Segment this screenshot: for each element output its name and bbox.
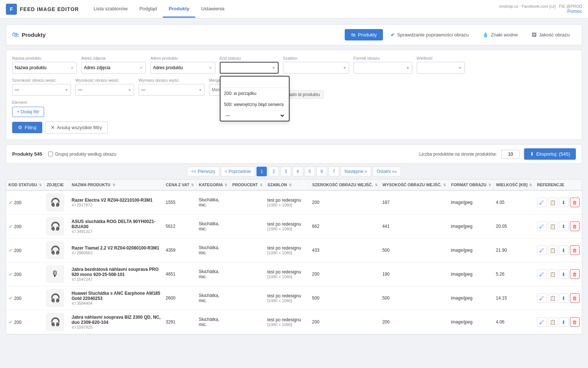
chevron-down-icon-szablon: ▼ (343, 66, 347, 70)
per-page-input[interactable] (501, 150, 520, 159)
page-last[interactable]: Ostatni »» (373, 167, 401, 176)
action-download-1[interactable]: ⬇ (559, 222, 569, 231)
page-5[interactable]: 5 (305, 167, 315, 176)
action-delete-3[interactable]: 🗑 (570, 269, 580, 279)
action-download-2[interactable]: ⬇ (559, 245, 569, 255)
cell-brand-3 (230, 262, 265, 286)
th-height[interactable]: WYSOKOŚĆ OBRAZU WEJŚĆ. ⇅ (380, 180, 449, 190)
action-view-5[interactable]: 📋 (548, 317, 557, 327)
filter-kod-statusu-wrap[interactable]: 200: w porządku 500: wewnętrzny błąd ser… (220, 62, 279, 74)
tab-produkty[interactable]: 🛍 Produkty (345, 29, 383, 40)
th-name[interactable]: NAZWA PRODUKTU ⇅ (69, 180, 164, 190)
page-3[interactable]: 3 (280, 167, 291, 176)
cell-price-5: 3291 (164, 310, 197, 334)
page-2[interactable]: 2 (268, 167, 279, 176)
nav-ustawienia[interactable]: Ustawienia (195, 1, 230, 18)
dropdown-search-input[interactable] (224, 79, 285, 85)
product-image-5[interactable]: 🎧 (46, 313, 64, 331)
filter-button-label: Filtruj (25, 125, 36, 130)
th-width[interactable]: SZEROKOŚĆ OBRAZU WEJŚĆ. ⇅ (310, 180, 380, 190)
action-view-2[interactable]: 📋 (548, 245, 557, 255)
th-format[interactable]: FORMAT OBRAZU ⇅ (449, 180, 494, 190)
page-1[interactable]: 1 (257, 167, 267, 176)
filter-szerokosc-select[interactable]: --- (15, 87, 65, 92)
filter-format-wrap[interactable]: ▼ (354, 62, 412, 74)
action-view-0[interactable]: 📋 (548, 198, 557, 207)
th-category[interactable]: KATEGORIA ⇅ (197, 180, 230, 190)
product-image-2[interactable]: 🎧 (46, 241, 64, 259)
product-image-1[interactable]: 🎧 (46, 217, 64, 235)
action-edit-0[interactable]: 🖊 (537, 198, 546, 207)
filter-wielkosc-wrap[interactable]: ▼ (417, 62, 465, 74)
cancel-filter-button[interactable]: ✕ Anuluj wszystkie filtry (45, 121, 108, 134)
filter-wymiary-select[interactable]: --- (141, 87, 198, 92)
nav-lista[interactable]: Lista szablonów (88, 1, 134, 18)
th-template[interactable]: SZABLON ⇅ (265, 180, 310, 190)
filter-adres-produktu-clear[interactable]: × (208, 65, 212, 71)
th-price[interactable]: CENA Z VAT ⇅ (164, 180, 197, 190)
action-edit-2[interactable]: 🖊 (537, 245, 546, 255)
cell-ref-2: 🖊 📋 ⬇ 🗑 (535, 238, 582, 262)
group-check-input[interactable] (48, 152, 53, 156)
action-download-4[interactable]: ⬇ (559, 293, 569, 303)
filter-wielkosc-select[interactable] (419, 65, 458, 70)
action-download-5[interactable]: ⬇ (559, 317, 569, 327)
nav-podglad[interactable]: Podgląd (133, 1, 163, 18)
th-size[interactable]: WIELKOŚĆ [KB] ⇅ (494, 180, 535, 190)
filter-szablon-wrap[interactable]: ▼ (283, 62, 349, 74)
action-delete-1[interactable]: 🗑 (570, 222, 580, 231)
dropdown-footer-select[interactable]: --- (224, 113, 285, 118)
filter-wysokosc-select[interactable]: --- (78, 87, 128, 92)
nav-produkty[interactable]: Produkty (163, 1, 195, 18)
filter-adres-zdjecia-input[interactable] (84, 65, 139, 70)
add-filter-button[interactable]: + Dodaj filtr (12, 107, 44, 117)
help-link[interactable]: Pomoc (499, 8, 582, 14)
th-brand[interactable]: PRODUCENT ⇅ (230, 180, 265, 190)
page-first[interactable]: << Pierwszy (187, 167, 219, 176)
dropdown-item-200[interactable]: 200: w porządku (220, 88, 289, 99)
tab-sprawdzanie[interactable]: ✔ Sprawdzanie poprawności obrazu (384, 29, 475, 40)
action-edit-1[interactable]: 🖊 (537, 222, 546, 231)
filter-adres-produktu-input[interactable] (153, 65, 208, 70)
filter-kod-statusu-select[interactable]: 200: w porządku 500: wewnętrzny błąd ser… (223, 65, 272, 70)
tab-jakosc[interactable]: 🖼 Jakość obrazu (526, 29, 576, 40)
action-download-0[interactable]: ⬇ (559, 198, 569, 207)
action-edit-4[interactable]: 🖊 (537, 293, 546, 303)
filter-szablon-select[interactable] (286, 65, 343, 70)
page-7[interactable]: 7 (329, 167, 339, 176)
dropdown-item-500[interactable]: 500: wewnętrzny błąd serwera (220, 99, 289, 110)
action-delete-2[interactable]: 🗑 (570, 245, 580, 255)
filter-button[interactable]: ⚙ Filtruj (12, 122, 42, 133)
action-delete-0[interactable]: 🗑 (570, 198, 580, 207)
filter-format-select[interactable] (356, 65, 406, 70)
action-view-4[interactable]: 📋 (548, 293, 557, 303)
product-image-3[interactable]: 🎙 (46, 265, 64, 283)
products-table: KOD STATUSU ⇅ ZDJĘCIE NAZWA PRODUKTU ⇅ C… (6, 180, 582, 334)
cell-price-4: 2600 (164, 286, 197, 310)
product-image-0[interactable]: 🎧 (46, 194, 64, 211)
tab-znaki[interactable]: 💧 Znaki wodne (476, 29, 524, 40)
cell-status-2: ✓ 200 (6, 238, 44, 262)
filter-szerokosc-wrap[interactable]: --- ▼ (12, 84, 71, 96)
th-status[interactable]: KOD STATUSU ⇅ (6, 180, 44, 190)
filter-adres-zdjecia-clear[interactable]: × (139, 65, 143, 71)
product-image-4[interactable]: 🎧 (46, 289, 64, 307)
filter-nazwa-clear[interactable]: × (70, 65, 74, 71)
product-id-2: 🏷 2860663 (72, 251, 161, 255)
action-delete-5[interactable]: 🗑 (570, 317, 580, 327)
page-prev[interactable]: < Poprzednie (221, 167, 255, 176)
action-edit-5[interactable]: 🖊 (537, 317, 546, 327)
action-download-3[interactable]: ⬇ (559, 269, 569, 279)
export-button[interactable]: ⬇ Eksportuj: (545) (524, 148, 576, 160)
action-view-3[interactable]: 📋 (548, 269, 557, 279)
filter-row-1: Nazwa produktu × Adres zdjęcia × Adres p… (12, 56, 576, 74)
page-6[interactable]: 6 (316, 167, 327, 176)
filter-wymiary-wrap[interactable]: --- ▼ (139, 84, 205, 96)
filter-nazwa-input[interactable] (15, 65, 70, 70)
action-edit-3[interactable]: 🖊 (537, 269, 546, 279)
page-next[interactable]: Następne » (341, 167, 371, 176)
page-4[interactable]: 4 (293, 167, 303, 176)
action-delete-4[interactable]: 🗑 (570, 293, 580, 303)
action-view-1[interactable]: 📋 (548, 222, 557, 231)
filter-wysokosc-wrap[interactable]: --- ▼ (75, 84, 134, 96)
